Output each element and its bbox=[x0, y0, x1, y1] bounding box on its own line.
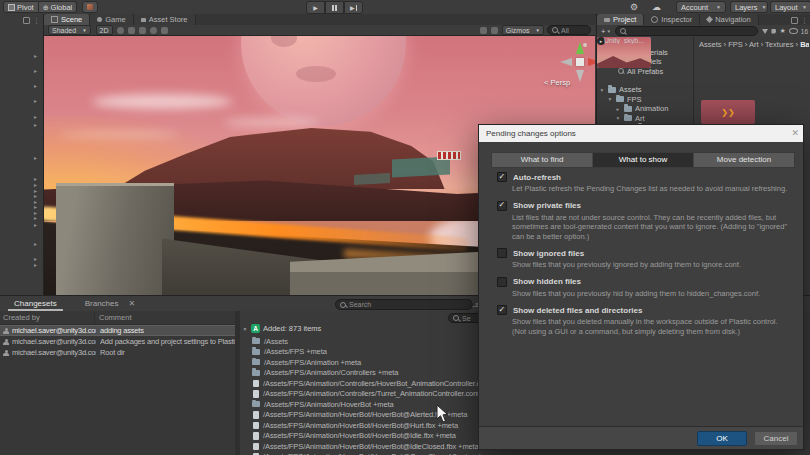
hierarchy-expander-icon[interactable]: ▸ bbox=[34, 215, 37, 221]
file-row[interactable]: /Assets/FPS/Animation/HoverBot/HoverBot@… bbox=[252, 452, 810, 455]
changeset-row[interactable]: michael.saver@unity3d.com adding assets bbox=[0, 325, 235, 336]
chevron-down-icon: ▼ bbox=[716, 4, 721, 10]
draw-mode-dropdown[interactable]: Shaded▼ bbox=[48, 25, 91, 35]
scene-view-tab[interactable]: Asset Store bbox=[134, 14, 196, 25]
panel-tab[interactable]: Inspector bbox=[644, 14, 700, 25]
checkbox[interactable] bbox=[497, 172, 507, 182]
changesets-search-input[interactable] bbox=[349, 301, 468, 308]
option-label[interactable]: Show ignored files bbox=[513, 249, 584, 258]
close-icon[interactable]: ✕ bbox=[791, 128, 799, 138]
checkbox[interactable] bbox=[497, 248, 507, 258]
project-tree-item[interactable]: ▾ Assets bbox=[597, 85, 693, 95]
layout-dropdown[interactable]: Layout▼ bbox=[770, 1, 810, 13]
plastic-tab[interactable]: Changesets bbox=[0, 296, 71, 311]
checkbox[interactable] bbox=[497, 201, 507, 211]
scene-search-box[interactable] bbox=[547, 25, 591, 35]
changesets-search-box[interactable] bbox=[335, 299, 473, 310]
hierarchy-expander-icon[interactable]: ▸ bbox=[34, 114, 37, 120]
pivot-button[interactable]: Pivot bbox=[3, 1, 39, 13]
option-label[interactable]: Auto-refresh bbox=[513, 173, 561, 182]
hidden-objects-icon[interactable] bbox=[150, 27, 157, 34]
cloud-icon[interactable]: ☁ bbox=[652, 2, 661, 12]
favorites-star-icon[interactable]: ★ bbox=[779, 28, 785, 34]
tree-expander-icon[interactable]: ▸ bbox=[615, 106, 621, 112]
audio-toggle-icon[interactable] bbox=[128, 27, 135, 34]
global-button[interactable]: ⊕ Global bbox=[39, 1, 78, 13]
hierarchy-expander-icon[interactable]: ▸ bbox=[34, 53, 37, 59]
option-label[interactable]: Show deleted files and directories bbox=[513, 306, 642, 315]
asset-thumbnail[interactable]: ❯❯ bbox=[701, 100, 755, 124]
grid-toggle-icon[interactable] bbox=[161, 27, 168, 34]
gizmo-y-axis[interactable] bbox=[576, 42, 584, 54]
lock-icon[interactable] bbox=[23, 17, 30, 24]
tree-expander-icon[interactable]: ▾ bbox=[242, 326, 248, 332]
changeset-row[interactable]: michael.saver@unity3d.com Root dir bbox=[0, 347, 235, 358]
panel-tab[interactable]: Project bbox=[597, 14, 644, 25]
table-header[interactable]: Created by Comment bbox=[0, 313, 235, 325]
play-button[interactable]: ▶ bbox=[306, 1, 325, 14]
changeset-row[interactable]: michael.saver@unity3d.com Add packages a… bbox=[0, 336, 235, 347]
project-search-input[interactable] bbox=[629, 28, 754, 35]
2d-toggle-button[interactable]: 2D bbox=[96, 25, 113, 35]
checkbox[interactable] bbox=[497, 305, 507, 315]
dialog-tab[interactable]: What to find bbox=[492, 153, 593, 167]
perspective-label[interactable]: < Persp bbox=[544, 78, 570, 87]
gizmo-x-axis-neg[interactable] bbox=[560, 58, 572, 66]
gizmo-x-axis[interactable] bbox=[588, 58, 595, 66]
plastic-tab[interactable]: Branches bbox=[71, 296, 133, 311]
gizmo-y-axis-neg[interactable] bbox=[576, 70, 584, 82]
project-tree-item[interactable]: ▾ Art bbox=[597, 114, 693, 124]
hierarchy-expander-icon[interactable]: ▸ bbox=[34, 222, 37, 228]
step-button[interactable]: ▶ bbox=[344, 1, 363, 14]
hierarchy-expander-icon[interactable]: ▸ bbox=[34, 83, 37, 89]
asset-label[interactable]: Unity_skyb... bbox=[597, 37, 651, 44]
hierarchy-expander-icon[interactable]: ▸ bbox=[34, 122, 37, 128]
scene-search-input[interactable] bbox=[561, 27, 586, 34]
tree-expander-icon[interactable]: ▾ bbox=[615, 115, 621, 121]
column-comment[interactable]: Comment bbox=[95, 313, 132, 324]
create-asset-button[interactable]: +▼ bbox=[601, 27, 611, 36]
ok-button[interactable]: OK bbox=[697, 431, 747, 446]
hierarchy-expander-icon[interactable]: ▸ bbox=[34, 241, 37, 247]
dialog-tab[interactable]: What to show bbox=[593, 153, 694, 167]
gizmo-center-cube[interactable] bbox=[576, 58, 584, 66]
breadcrumb[interactable]: Assets › FPS › Art › Textures › Backg bbox=[699, 40, 809, 49]
checkbox[interactable] bbox=[497, 277, 507, 287]
pause-button[interactable] bbox=[325, 1, 344, 14]
scene-view-tab[interactable]: Game bbox=[90, 14, 133, 25]
added-items-header[interactable]: ▾ A Added: 873 items bbox=[242, 324, 321, 333]
panel-menu-icon[interactable]: ⋮ bbox=[801, 18, 808, 23]
lock-icon[interactable] bbox=[791, 17, 798, 24]
tools-icon[interactable] bbox=[480, 27, 487, 34]
tree-expander-icon[interactable]: ▾ bbox=[607, 96, 613, 102]
hidden-packages-eye-icon[interactable] bbox=[789, 28, 798, 34]
hierarchy-expander-icon[interactable]: ▸ bbox=[34, 98, 37, 104]
hierarchy-expander-icon[interactable]: ▸ bbox=[34, 262, 37, 268]
planet bbox=[241, 36, 406, 126]
scene-view-tab[interactable]: Scene bbox=[44, 14, 90, 25]
project-search-box[interactable] bbox=[615, 26, 759, 36]
search-by-label-icon[interactable] bbox=[771, 29, 776, 34]
camera-preview-icon[interactable] bbox=[491, 27, 498, 34]
gizmos-dropdown[interactable]: Gizmos▼ bbox=[502, 25, 544, 35]
layers-dropdown[interactable]: Layers▼ bbox=[730, 1, 768, 13]
effects-dropdown-icon[interactable] bbox=[139, 27, 146, 34]
hierarchy-expander-icon[interactable]: ▸ bbox=[34, 68, 37, 74]
column-created-by[interactable]: Created by bbox=[0, 313, 95, 324]
option-label[interactable]: Show private files bbox=[513, 201, 581, 210]
project-tree-item[interactable]: ▸ Animation bbox=[597, 104, 693, 114]
dialog-title-bar[interactable]: Pending changes options ✕ bbox=[479, 125, 803, 142]
settings-gear-icon[interactable]: ⚙ bbox=[630, 2, 638, 12]
option-label[interactable]: Show hidden files bbox=[513, 277, 581, 286]
panel-menu-icon[interactable]: ⋮ bbox=[33, 18, 40, 23]
lighting-toggle-icon[interactable] bbox=[117, 27, 124, 34]
hierarchy-expander-icon[interactable]: ▸ bbox=[34, 155, 37, 161]
snap-tool-button[interactable] bbox=[82, 1, 98, 13]
panel-tab[interactable]: Navigation bbox=[700, 14, 758, 25]
account-dropdown[interactable]: Account▼ bbox=[676, 1, 726, 13]
project-tree-item[interactable]: ▾ FPS bbox=[597, 95, 693, 105]
cancel-button[interactable]: Cancel bbox=[754, 431, 798, 446]
tree-expander-icon[interactable]: ▾ bbox=[599, 87, 605, 93]
search-by-type-icon[interactable] bbox=[762, 29, 768, 34]
dialog-tab[interactable]: Move detection bbox=[694, 153, 794, 167]
